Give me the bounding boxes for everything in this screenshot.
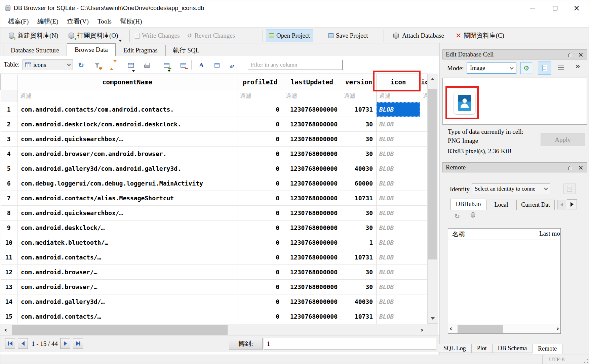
new-database-button[interactable]: + 新建資料庫(N) [5,29,61,42]
filter-input-ic[interactable]: 過濾 [420,90,428,102]
cell-componentName[interactable]: com.mediatek.bluetooth/… [17,235,237,250]
attach-database-button[interactable]: Attach Database [390,29,447,42]
clear-filters-button[interactable] [92,60,103,70]
cell-lastUpdated[interactable]: 1230768000000 [283,147,341,161]
cell-lastUpdated[interactable]: 1230768000000 [283,161,341,176]
cell-profileId[interactable]: 0 [237,280,283,294]
cell-icon[interactable]: BLOB [377,235,420,250]
cell-icon[interactable]: BLOB [377,280,420,294]
cell-componentName[interactable]: com.debug.loggerui/com.debug.loggerui.Ma… [17,176,237,191]
maximize-button[interactable] [544,0,566,16]
cell-profileId[interactable]: 0 [237,147,283,161]
cell-profileId[interactable]: 0 [237,132,283,147]
cell-version[interactable]: 30 [341,220,377,235]
column-header-lastUpdated[interactable]: lastUpdated [283,74,341,90]
remote-refresh-icon[interactable]: ↻ [455,212,460,220]
dock-tab-remote[interactable]: Remote [533,344,562,354]
cell-lastUpdated[interactable]: 1230768000000 [283,191,341,206]
tab-scroll-left-button[interactable] [557,200,566,209]
cell-profileId[interactable]: 0 [237,117,283,132]
arrow-left-icon[interactable]: ‹ [449,325,452,332]
close-database-button[interactable]: ✕ 關閉資料庫(C) [453,29,507,42]
cell-profileId[interactable]: 0 [237,309,283,324]
cell-lastUpdated[interactable]: 1230768000000 [283,309,341,324]
cell-componentName[interactable]: com.android.contacts/alias.MessageShortc… [17,191,237,206]
cell-icon[interactable]: BLOB [377,250,420,265]
last-record-button[interactable] [73,338,83,349]
tab-edit-pragmas[interactable]: Edit Pragmas [116,45,165,56]
cell-lastUpdated[interactable]: 1230768000000 [283,235,341,250]
row-number[interactable]: 15 [1,309,17,324]
refresh-button[interactable]: ↻ [76,60,86,70]
mode-select[interactable]: Image [467,63,516,74]
cell-icon[interactable]: BLOB [377,294,420,309]
row-number[interactable]: 10 [1,235,17,250]
column-header-version[interactable]: version [341,74,377,90]
cell-lastUpdated[interactable]: 1230768000000 [283,132,341,147]
tab-執行-sql[interactable]: 執行 SQL [165,45,207,56]
filter-input-icon[interactable]: 過濾 [377,90,420,102]
row-number[interactable]: 11 [1,250,17,265]
float-panel-icon[interactable] [568,166,573,169]
cell-version[interactable]: 10731 [341,309,377,324]
column-header-profileId[interactable]: profileId [237,74,283,90]
cell-profileId[interactable]: 0 [237,265,283,280]
cell-profileId[interactable]: 0 [237,235,283,250]
scroll-right-button[interactable]: › [417,324,427,335]
row-number[interactable]: 5 [1,161,17,176]
vertical-scrollbar[interactable] [427,74,438,324]
cell-icon[interactable]: BLOB [377,132,420,147]
apply-button[interactable]: Apply [541,133,585,146]
tab-scroll-right-button[interactable] [567,199,577,209]
menu-item-tools[interactable]: Tools [93,16,116,27]
row-number[interactable]: 14 [1,294,17,309]
cell-profileId[interactable]: 0 [237,161,283,176]
filter-input-profileId[interactable]: 過濾 [237,90,283,102]
cell-icon[interactable]: BLOB [377,102,420,117]
column-header-ic[interactable]: ic [420,74,428,90]
goto-record-input[interactable] [264,338,436,350]
cell-lastUpdated[interactable]: 1230768000000 [283,117,341,132]
save-project-button[interactable]: Save Project [326,29,371,42]
cell-version[interactable]: 30 [341,265,377,280]
goto-button[interactable]: 轉到: [229,338,263,350]
row-number[interactable]: 2 [1,117,17,132]
cell-componentName[interactable]: com.android.quicksearchbox/… [17,206,237,220]
import-data-button[interactable]: ⚙ [520,62,532,74]
new-record-dropdown-icon[interactable] [168,70,170,72]
cell-icon[interactable]: BLOB [377,147,420,161]
cell-version[interactable]: 60000 [341,176,377,191]
cell-icon[interactable]: BLOB [377,309,420,324]
encoding-indicator[interactable]: UTF-8 [542,355,571,364]
float-panel-icon[interactable] [568,53,573,56]
cell-version[interactable]: 30 [341,147,377,161]
menu-item-幫助-h-[interactable]: 幫助(H) [116,16,146,27]
remote-scrollbar-thumb[interactable] [458,325,503,333]
filter-input-version[interactable]: 過濾 [341,90,377,102]
filter-input-componentName[interactable]: 過濾 [17,90,237,102]
cell-icon[interactable]: BLOB [377,265,420,280]
more-options-icon[interactable]: » [576,62,580,70]
cell-version[interactable]: 10731 [341,250,377,265]
popout-editor-button[interactable] [211,60,222,70]
table-select[interactable]: icons [23,59,73,70]
row-number[interactable]: 8 [1,206,17,220]
menu-item-編輯-e-[interactable]: 編輯(E) [33,16,63,27]
cell-profileId[interactable]: 0 [237,220,283,235]
menu-item-檔案-f-[interactable]: 檔案(F) [4,16,33,27]
cell-lastUpdated[interactable]: 1230768000000 [283,206,341,220]
open-database-button[interactable]: ➔ 打開資料庫(O) [65,29,121,42]
previous-page-button[interactable] [18,338,28,349]
cell-version[interactable]: 30 [341,280,377,294]
tab-database-structure[interactable]: Database Structure [3,45,67,56]
dock-tab-sql-log[interactable]: SQL Log [438,344,472,353]
minimize-button[interactable] [521,0,543,16]
scroll-down-button[interactable] [428,313,438,323]
cell-profileId[interactable]: 0 [237,206,283,220]
row-number[interactable]: 4 [1,147,17,161]
cell-componentName[interactable]: com.android.contacts/… [17,309,237,324]
remote-tab-current-dat[interactable]: Current Dat [516,200,555,210]
write-changes-button[interactable]: Write Changes [132,29,183,42]
resize-grip[interactable] [584,359,588,363]
word-wrap-icon[interactable] [558,66,564,70]
